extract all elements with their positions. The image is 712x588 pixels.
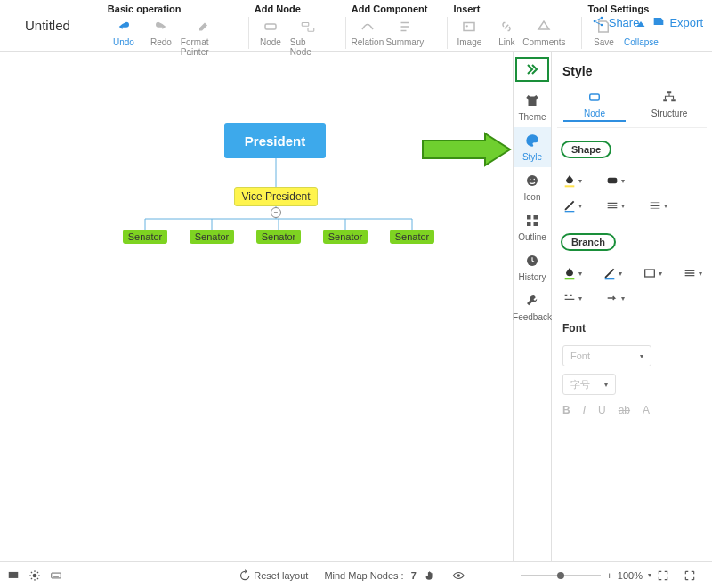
svg-point-18 (534, 179, 536, 181)
palette-icon (524, 133, 540, 152)
image-button[interactable]: Image (451, 18, 487, 47)
collapse-toggle[interactable]: − (271, 207, 281, 218)
branch-frame[interactable]: ▾ (643, 263, 667, 283)
branch-fill-color[interactable]: ▾ (562, 263, 587, 283)
wrench-icon (524, 293, 540, 312)
svg-point-4 (466, 25, 468, 27)
font-color-button[interactable]: A (643, 404, 650, 416)
zoom-in-button[interactable]: + (606, 570, 611, 581)
presentation-icon[interactable] (7, 569, 20, 582)
svg-rect-3 (464, 23, 474, 31)
svg-rect-29 (608, 178, 618, 184)
shape-type[interactable]: ▾ (605, 171, 632, 190)
bold-button[interactable]: B (562, 404, 570, 416)
node-senator[interactable]: Senator (323, 230, 368, 244)
zoom-out-button[interactable]: − (510, 570, 515, 581)
svg-line-42 (31, 577, 32, 578)
summary-button[interactable]: Summary (387, 18, 423, 47)
shape-border-color[interactable]: ▾ (562, 196, 589, 215)
main-area: President Vice President − Senator Senat… (0, 52, 712, 561)
svg-point-35 (33, 573, 37, 577)
svg-rect-25 (668, 91, 672, 93)
clock-icon (524, 253, 540, 272)
node-president[interactable]: President (224, 123, 326, 158)
svg-rect-32 (605, 278, 615, 279)
undo-icon (115, 18, 133, 36)
tab-icon[interactable]: Icon (514, 167, 551, 207)
export-button[interactable]: Export (651, 14, 703, 31)
group-title: Tool Settings (586, 4, 659, 14)
brightness-icon[interactable] (28, 569, 41, 582)
branch-dash-style[interactable]: ▾ (562, 288, 589, 308)
sub-node-icon (299, 18, 317, 36)
link-icon (498, 18, 515, 36)
svg-line-41 (37, 577, 38, 578)
relation-button[interactable]: Relation (350, 18, 385, 47)
tab-feedback[interactable]: Feedback (514, 287, 551, 327)
node-vice-president[interactable]: Vice President (234, 187, 318, 206)
svg-point-7 (600, 24, 603, 27)
font-size-select[interactable]: 字号▾ (562, 374, 616, 395)
svg-rect-1 (302, 23, 309, 27)
node-senator[interactable]: Senator (390, 230, 434, 244)
status-bar: Reset layout Mind Map Nodes : 7 − + 100%… (0, 561, 712, 588)
keyboard-icon[interactable] (50, 569, 62, 582)
shape-border-style[interactable]: ▾ (605, 196, 632, 215)
svg-point-46 (457, 574, 460, 577)
node-senator[interactable]: Senator (256, 230, 301, 244)
mindmap-canvas[interactable]: President Vice President − Senator Senat… (0, 52, 513, 561)
svg-line-40 (31, 571, 32, 572)
svg-rect-33 (645, 270, 655, 277)
node-senator[interactable]: Senator (190, 230, 234, 244)
svg-rect-0 (265, 24, 276, 29)
comments-icon (535, 18, 553, 36)
branch-arrow-style[interactable]: ▾ (605, 288, 632, 308)
panel-tab-structure[interactable]: Structure (638, 87, 700, 122)
mindmap-nodes-count: 7 (411, 570, 417, 581)
svg-point-5 (593, 20, 595, 23)
branch-line-style[interactable]: ▾ (683, 263, 707, 283)
svg-rect-30 (565, 211, 575, 212)
structure-tab-icon (661, 89, 677, 109)
svg-point-16 (527, 175, 538, 186)
link-button[interactable]: Link (489, 18, 524, 47)
tab-history[interactable]: History (514, 247, 551, 287)
tab-theme[interactable]: Theme (514, 87, 551, 127)
fullscreen-icon[interactable] (684, 569, 696, 582)
font-heading: Font (562, 322, 701, 334)
italic-button[interactable]: I (583, 404, 586, 416)
document-title[interactable]: Untitled (25, 18, 70, 33)
panel-collapse-button[interactable] (515, 57, 549, 82)
section-branch: Branch (561, 233, 616, 251)
relation-icon (359, 18, 376, 36)
group-add-node: Add Node Node Sub Node (253, 0, 326, 57)
group-basic-operation: Basic operation Undo Redo Format Painter (106, 0, 229, 57)
svg-rect-26 (663, 99, 668, 101)
tab-outline[interactable]: Outline (514, 207, 551, 247)
node-senator[interactable]: Senator (123, 230, 167, 244)
tab-style[interactable]: Style (514, 127, 551, 167)
panel-tab-node[interactable]: Node (563, 87, 626, 122)
shape-fill-color[interactable]: ▾ (562, 171, 589, 190)
svg-rect-21 (527, 222, 531, 227)
fit-screen-icon[interactable] (657, 569, 669, 582)
group-insert: Insert Image Link Comments (451, 0, 562, 57)
font-family-select[interactable]: Font▾ (562, 345, 651, 366)
node-tab-icon (587, 89, 603, 109)
strikethrough-button[interactable]: ab (619, 404, 630, 416)
svg-rect-28 (565, 185, 575, 187)
svg-point-6 (600, 17, 603, 20)
zoom-slider[interactable] (521, 575, 601, 576)
side-tabs: Theme Style Icon Outline History Feedbac… (513, 52, 552, 561)
comments-button[interactable]: Comments (526, 18, 562, 47)
eye-icon[interactable] (452, 569, 465, 582)
hand-tool-icon[interactable] (424, 569, 436, 582)
underline-button[interactable]: U (598, 404, 606, 416)
share-button[interactable]: Share (591, 14, 640, 31)
style-panel: Style Node Structure Shape ▾ ▾ ▾ ▾ ▾ Bra… (552, 52, 712, 561)
reset-layout-button[interactable]: Reset layout (239, 569, 308, 582)
svg-rect-2 (308, 28, 314, 32)
branch-line-color[interactable]: ▾ (603, 263, 627, 283)
section-shape: Shape (561, 141, 611, 158)
shape-border-width[interactable]: ▾ (648, 196, 675, 215)
